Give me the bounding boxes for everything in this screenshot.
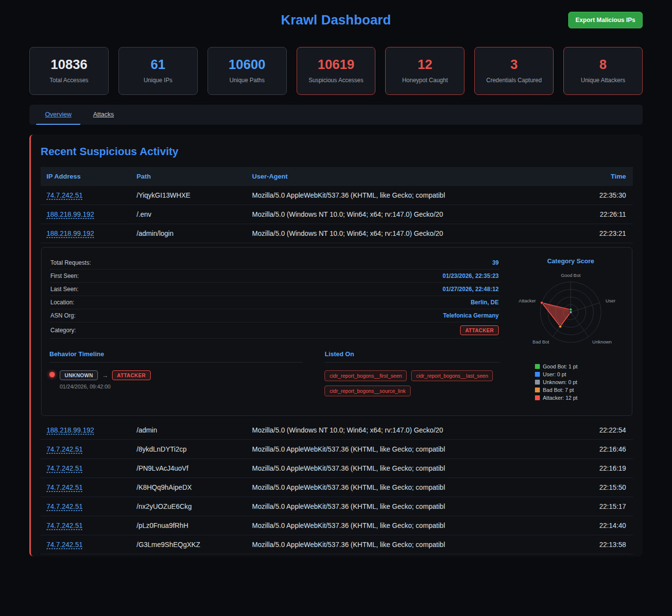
stat-card-unique-paths: 10600Unique Paths — [208, 47, 287, 95]
user-agent-cell: Mozilla/5.0 AppleWebKit/537.36 (KHTML, l… — [247, 535, 569, 554]
header: Krawl Dashboard Export Malicious IPs — [29, 8, 643, 36]
detail-field-row: Last Seen:01/27/2026, 22:48:12 — [49, 283, 500, 296]
detail-field-value: 01/27/2026, 22:48:12 — [442, 286, 499, 293]
col-header-user-agent: User-Agent — [247, 167, 569, 186]
stat-label: Total Accesses — [34, 77, 104, 84]
stat-label: Unique Attackers — [568, 77, 638, 84]
table-rows-after-detail: 188.218.99.192/adminMozilla/5.0 (Windows… — [41, 421, 633, 554]
stat-card-suspicious-accesses: 10619Suspicious Accesses — [297, 47, 376, 95]
radar-legend: Good Bot: 1 ptUser: 0 ptUnknown: 0 ptBad… — [517, 364, 624, 401]
tab-overview[interactable]: Overview — [36, 105, 80, 125]
detail-field-value: 39 — [492, 259, 499, 266]
table-rows-before-detail: 74.7.242.51/YiqykGI13WHXEMozilla/5.0 App… — [41, 186, 633, 243]
stat-label: Honeypot Caught — [390, 77, 460, 84]
listed-on-badge[interactable]: cidr_report_bogons__source_link — [324, 386, 410, 396]
ip-cell: 74.7.242.51 — [41, 497, 132, 516]
ip-address-link[interactable]: 74.7.242.51 — [46, 483, 83, 491]
time-cell: 22:14:40 — [569, 516, 633, 535]
legend-label: Good Bot: 1 pt — [543, 364, 578, 369]
stats-row: 10836Total Accesses61Unique IPs10600Uniq… — [29, 47, 643, 95]
detail-field-row: Category:ATTACKER — [49, 322, 500, 339]
ip-detail-panel: Total Requests:39First Seen:01/23/2026, … — [41, 247, 632, 416]
legend-label: Attacker: 12 pt — [543, 395, 578, 401]
ip-address-link[interactable]: 74.7.242.51 — [46, 502, 83, 510]
listed-on-badge[interactable]: cidr_report_bogons__first_seen — [324, 370, 407, 381]
user-agent-cell: Mozilla/5.0 (Windows NT 10.0; Win64; x64… — [247, 224, 569, 243]
legend-swatch — [535, 372, 540, 377]
radar-legend-item: Good Bot: 1 pt — [535, 364, 624, 369]
ip-address-link[interactable]: 74.7.242.51 — [46, 191, 83, 199]
ip-address-link[interactable]: 188.218.99.192 — [46, 426, 94, 434]
time-cell: 22:35:30 — [569, 186, 633, 205]
stat-value: 61 — [123, 57, 193, 72]
detail-field-value: 01/23/2026, 22:35:23 — [442, 273, 499, 279]
ip-address-link[interactable]: 188.218.99.192 — [46, 229, 94, 237]
detail-field-label: First Seen: — [50, 273, 79, 279]
recent-suspicious-activity-panel: Recent Suspicious Activity IP Address Pa… — [29, 135, 643, 556]
suspicious-activity-table: IP Address Path User-Agent Time 74.7.242… — [41, 167, 633, 554]
ip-detail-fields: Total Requests:39First Seen:01/23/2026, … — [49, 256, 500, 339]
table-row[interactable]: 188.218.99.192/.envMozilla/5.0 (Windows … — [41, 205, 633, 224]
table-row[interactable]: 74.7.242.51/PN9LvAcJ4uoVfMozilla/5.0 App… — [41, 459, 633, 478]
path-cell: /K8HQq9hAipeDX — [132, 478, 247, 497]
col-header-path: Path — [132, 167, 247, 186]
ip-cell: 188.218.99.192 — [41, 205, 132, 224]
stat-value: 10836 — [34, 57, 104, 72]
timeline-from-badge: UNKNOWN — [60, 370, 98, 380]
user-agent-cell: Mozilla/5.0 AppleWebKit/537.36 (KHTML, l… — [247, 440, 569, 458]
page-title: Krawl Dashboard — [29, 13, 643, 28]
ip-address-link[interactable]: 74.7.242.51 — [46, 522, 83, 529]
ip-detail-sections: Behavior Timeline UNKNOWN → ATTACKER — [49, 350, 500, 396]
listed-on-title: Listed On — [324, 350, 500, 363]
table-row[interactable]: 74.7.242.51/G3Lme9ShEQgXKZMozilla/5.0 Ap… — [41, 535, 633, 554]
stat-value: 12 — [390, 57, 460, 72]
krawl-dashboard: Krawl Dashboard Export Malicious IPs 108… — [0, 0, 672, 616]
timeline-transition: UNKNOWN → ATTACKER — [60, 370, 151, 380]
stat-label: Credentials Captured — [479, 77, 549, 84]
table-row[interactable]: 188.218.99.192/adminMozilla/5.0 (Windows… — [41, 421, 633, 440]
radar-legend-item: User: 0 pt — [535, 371, 624, 377]
legend-swatch — [535, 380, 540, 385]
svg-text:Bad Bot: Bad Bot — [533, 339, 549, 344]
svg-text:Unknown: Unknown — [592, 339, 612, 344]
ip-cell: 188.218.99.192 — [41, 421, 132, 439]
detail-field-label: Total Requests: — [50, 259, 91, 266]
stat-value: 10600 — [212, 57, 282, 72]
ip-address-link[interactable]: 74.7.242.51 — [46, 464, 83, 472]
listed-on-section: Listed On cidr_report_bogons__first_seen… — [324, 350, 500, 396]
stat-card-unique-ips: 61Unique IPs — [118, 47, 198, 95]
time-cell: 22:22:54 — [569, 421, 633, 439]
legend-swatch — [535, 395, 540, 400]
ip-address-link[interactable]: 74.7.242.51 — [46, 445, 83, 453]
path-cell: /nx2yUOZuE6Ckg — [132, 497, 247, 516]
table-row[interactable]: 74.7.242.51/K8HQq9hAipeDXMozilla/5.0 App… — [41, 478, 633, 497]
radar-legend-item: Unknown: 0 pt — [535, 379, 624, 385]
stat-label: Suspicious Accesses — [301, 77, 371, 84]
time-cell: 22:13:58 — [569, 535, 633, 554]
tab-attacks[interactable]: Attacks — [84, 105, 123, 125]
table-row[interactable]: 74.7.242.51/YiqykGI13WHXEMozilla/5.0 App… — [41, 186, 633, 205]
behavior-timeline-title: Behavior Timeline — [49, 350, 303, 363]
table-row[interactable]: 74.7.242.51/8ykdLnDYTi2cpMozilla/5.0 App… — [41, 440, 633, 459]
legend-label: Unknown: 0 pt — [543, 379, 577, 385]
legend-swatch — [535, 364, 540, 369]
export-malicious-ips-button[interactable]: Export Malicious IPs — [568, 12, 643, 28]
panel-title: Recent Suspicious Activity — [41, 145, 633, 158]
path-cell: /admin — [132, 421, 247, 439]
user-agent-cell: Mozilla/5.0 AppleWebKit/537.36 (KHTML, l… — [247, 478, 569, 497]
path-cell: /YiqykGI13WHXE — [132, 186, 247, 205]
table-row[interactable]: 74.7.242.51/pLz0Fnua9fRhHMozilla/5.0 App… — [41, 516, 633, 535]
user-agent-cell: Mozilla/5.0 AppleWebKit/537.36 (KHTML, l… — [247, 459, 569, 478]
time-cell: 22:26:11 — [569, 205, 633, 224]
ip-cell: 74.7.242.51 — [41, 535, 132, 554]
stat-card-honeypot-caught: 12Honeypot Caught — [385, 47, 464, 95]
table-row[interactable]: 74.7.242.51/nx2yUOZuE6CkgMozilla/5.0 App… — [41, 497, 633, 516]
detail-field-label: Category: — [50, 327, 76, 334]
timeline-entry: UNKNOWN → ATTACKER 01/24/2026, 09:42:00 — [49, 370, 303, 389]
ip-address-link[interactable]: 188.218.99.192 — [46, 210, 94, 218]
table-row[interactable]: 188.218.99.192/admin/loginMozilla/5.0 (W… — [41, 224, 633, 243]
radar-chart: Good BotUserUnknownBad BotAttacker — [517, 267, 624, 356]
time-cell: 22:15:50 — [569, 478, 633, 497]
listed-on-badge[interactable]: cidr_report_bogons__last_seen — [411, 370, 493, 381]
ip-address-link[interactable]: 74.7.242.51 — [46, 541, 83, 548]
